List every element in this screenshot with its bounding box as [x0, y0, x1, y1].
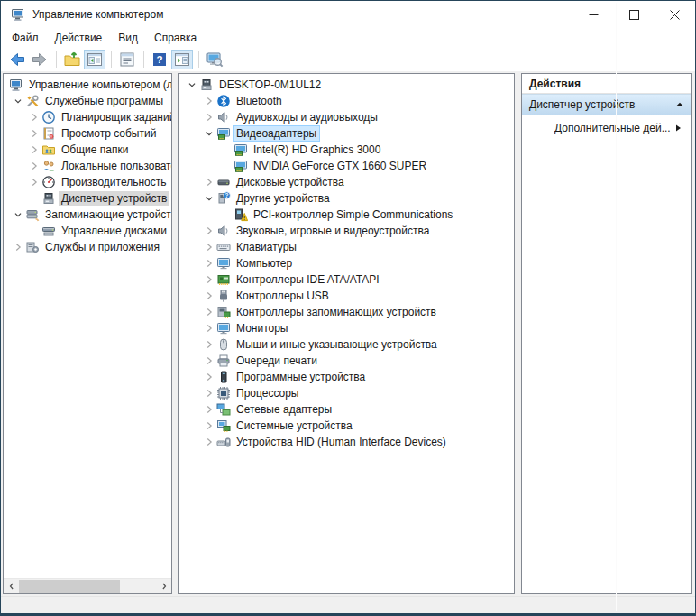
statusbar	[1, 596, 695, 614]
chevron-right-icon[interactable]	[201, 110, 216, 124]
tree-item[interactable]: Bluetooth	[179, 93, 514, 109]
tree-item[interactable]: Производительность	[4, 174, 171, 190]
chevron-right-icon[interactable]	[26, 175, 41, 189]
tree-item[interactable]: Intel(R) HD Graphics 3000	[179, 142, 514, 158]
tree-item[interactable]: Очереди печати	[179, 353, 514, 369]
chevron-right-icon[interactable]	[26, 126, 41, 141]
tree-item[interactable]: Управление компьютером (л	[4, 77, 171, 93]
scan-hardware-button[interactable]	[204, 50, 225, 69]
show-action-pane-icon	[173, 51, 191, 69]
chevron-right-icon[interactable]	[201, 240, 216, 254]
help-button[interactable]: ?	[149, 50, 170, 69]
tree-item[interactable]: Мониторы	[179, 320, 514, 336]
tree-item-label: Компьютер	[234, 256, 295, 271]
chevron-right-icon[interactable]	[201, 354, 216, 368]
actions-panel: Действия Диспетчер устройств Дополнитель…	[521, 73, 692, 594]
chevron-right-icon[interactable]	[201, 386, 216, 400]
menu-view[interactable]: Вид	[110, 29, 146, 47]
chevron-right-icon[interactable]	[201, 256, 216, 271]
scrollbar-thumb[interactable]	[19, 580, 120, 593]
minimize-button[interactable]	[573, 1, 614, 28]
tree-item[interactable]: Планировщик заданий	[4, 109, 171, 125]
scroll-left-icon[interactable]	[4, 579, 19, 594]
chevron-right-icon[interactable]	[201, 370, 216, 384]
chevron-right-icon[interactable]	[201, 305, 216, 319]
back-button[interactable]	[6, 50, 28, 69]
tree-item[interactable]: Компьютер	[179, 255, 514, 271]
tree-item[interactable]: Контроллеры запоминающих устройств	[179, 304, 514, 320]
chevron-right-icon[interactable]	[201, 435, 216, 449]
tree-item[interactable]: Дисковые устройства	[179, 174, 514, 190]
tree-item[interactable]: Клавиатуры	[179, 239, 514, 255]
tree-item[interactable]: Системные устройства	[179, 418, 514, 434]
tree-item[interactable]: Службы и приложения	[4, 239, 171, 255]
menubar: ФайлДействиеВидСправка	[1, 28, 695, 48]
tree-item[interactable]: PCI-контроллер Simple Communications	[179, 207, 514, 223]
tree-item[interactable]: DESKTOP-0M1UL12	[179, 77, 514, 93]
show-action-pane-button[interactable]	[171, 50, 193, 69]
menu-help[interactable]: Справка	[146, 29, 205, 47]
tree-item[interactable]: NVIDIA GeForce GTX 1660 SUPER	[179, 158, 514, 174]
tree-item[interactable]: Звуковые, игровые и видеоустройства	[179, 223, 514, 239]
chevron-right-icon[interactable]	[201, 321, 216, 336]
chevron-right-icon[interactable]	[26, 159, 41, 173]
chevron-right-icon[interactable]	[201, 289, 216, 303]
actions-item[interactable]: Дополнительные дей...	[522, 117, 691, 139]
tree-item-label: Звуковые, игровые и видеоустройства	[234, 224, 432, 238]
chevron-down-icon[interactable]	[184, 78, 199, 92]
horizontal-scrollbar[interactable]	[4, 578, 171, 593]
chevron-right-icon[interactable]	[201, 175, 216, 189]
chevron-right-icon[interactable]	[201, 224, 216, 238]
chevron-right-icon[interactable]	[201, 418, 216, 433]
tree-item[interactable]: Контроллеры USB	[179, 288, 514, 304]
up-folder-button[interactable]	[61, 50, 83, 69]
maximize-icon	[629, 10, 639, 20]
chevron-down-icon[interactable]	[201, 191, 216, 206]
chevron-right-icon[interactable]	[26, 143, 41, 157]
close-button[interactable]	[655, 1, 695, 28]
chevron-right-icon[interactable]	[201, 94, 216, 108]
tree-item[interactable]: Общие папки	[4, 142, 171, 158]
actions-group-device-manager[interactable]: Диспетчер устройств	[522, 94, 691, 115]
menu-action[interactable]: Действие	[47, 29, 111, 47]
chevron-down-icon[interactable]	[10, 207, 25, 222]
tree-item[interactable]: Диспетчер устройств	[4, 190, 171, 207]
tree-item[interactable]: Видеоадаптеры	[179, 125, 514, 142]
maximize-button[interactable]	[614, 1, 655, 28]
scroll-right-icon[interactable]	[156, 579, 171, 594]
forward-button[interactable]	[29, 50, 50, 69]
tree-item[interactable]: Локальные пользовате	[4, 158, 171, 174]
menu-file[interactable]: Файл	[4, 29, 47, 47]
scrollbar-track[interactable]	[19, 579, 156, 594]
tree-item[interactable]: Устройства HID (Human Interface Devices)	[179, 434, 514, 450]
chevron-down-icon[interactable]	[10, 94, 25, 108]
tree-item[interactable]: Сетевые адаптеры	[179, 401, 514, 418]
close-icon	[670, 10, 680, 20]
collapse-up-icon[interactable]	[675, 100, 684, 109]
console-tree: Управление компьютером (лСлужебные прогр…	[4, 74, 171, 578]
titlebar[interactable]: Управление компьютером	[1, 1, 695, 28]
chevron-right-icon[interactable]	[201, 272, 216, 287]
monitor-icon	[216, 321, 231, 336]
tree-item[interactable]: Управление дисками	[4, 223, 171, 239]
tree-item-label: Запоминающие устройст	[42, 207, 171, 222]
tree-item[interactable]: Контроллеры IDE ATA/ATAPI	[179, 271, 514, 288]
chevron-right-icon[interactable]	[10, 240, 25, 254]
tree-item[interactable]: Запоминающие устройст	[4, 207, 171, 223]
show-console-tree-button[interactable]	[84, 50, 105, 69]
tree-item[interactable]: Аудиовходы и аудиовыходы	[179, 109, 514, 125]
properties-button[interactable]	[116, 50, 138, 69]
tree-item[interactable]: Программные устройства	[179, 369, 514, 385]
tree-item[interactable]: Просмотр событий	[4, 125, 171, 142]
chevron-right-icon[interactable]	[201, 337, 216, 352]
tree-item[interactable]: Процессоры	[179, 385, 514, 401]
chevron-right-icon[interactable]	[201, 402, 216, 417]
services-icon	[25, 240, 40, 254]
tree-item-label: Другие устройства	[234, 191, 333, 206]
tree-item[interactable]: ?Другие устройства	[179, 190, 514, 207]
tree-item-label: Планировщик заданий	[59, 110, 171, 124]
chevron-right-icon[interactable]	[26, 110, 41, 124]
tree-item[interactable]: Служебные программы	[4, 93, 171, 109]
chevron-down-icon[interactable]	[201, 126, 216, 141]
tree-item[interactable]: Мыши и иные указывающие устройства	[179, 336, 514, 353]
